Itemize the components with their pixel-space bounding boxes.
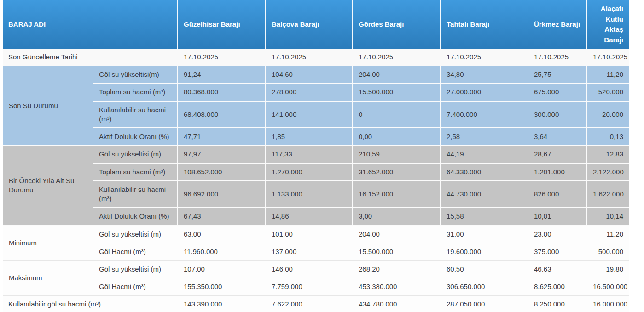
metric-value: 20.000 xyxy=(587,102,629,129)
metric-value: 826.000 xyxy=(528,181,587,208)
metric-label: Göl Hacmi (m³) xyxy=(93,243,178,261)
metric-value: 453.380.000 xyxy=(353,278,441,296)
table-body: Son Güncelleme Tarihi17.10.202517.10.202… xyxy=(3,49,629,312)
metric-value: 10,14 xyxy=(587,208,629,225)
usable-lake-volume-value: 143.390.000 xyxy=(178,296,266,312)
usable-lake-volume-value: 7.622.000 xyxy=(266,296,353,312)
metric-row: Göl Hacmi (m³)155.350.0007.759.000453.38… xyxy=(3,278,629,296)
metric-value: 11,20 xyxy=(587,66,629,84)
metric-value: 10,01 xyxy=(528,208,587,225)
section-label: Son Su Durumu xyxy=(3,66,93,146)
usable-lake-volume-value: 287.050.000 xyxy=(441,296,528,312)
table-header: BARAJ ADIGüzelhisar BarajıBalçova Barajı… xyxy=(3,0,629,49)
metric-value: 7.759.000 xyxy=(266,278,353,296)
metric-value: 107,00 xyxy=(178,261,266,278)
metric-label: Toplam su hacmi (m³) xyxy=(93,164,178,181)
metric-row: MaksimumGöl su yükseltisi (m)107,00146,0… xyxy=(3,261,629,278)
metric-value: 91,24 xyxy=(178,66,266,84)
metric-value: 146,00 xyxy=(266,261,353,278)
update-date-value: 17.10.2025 xyxy=(178,49,266,66)
metric-value: 19.600.000 xyxy=(441,243,528,261)
column-header-dam: Güzelhisar Barajı xyxy=(178,0,266,49)
dam-status-page: BARAJ ADIGüzelhisar BarajıBalçova Barajı… xyxy=(0,0,644,312)
metric-value: 80.368.000 xyxy=(178,84,266,101)
metric-value: 23,00 xyxy=(528,226,587,243)
metric-row: Bir Önceki Yıla Ait Su DurumuGöl su yüks… xyxy=(3,146,629,163)
metric-value: 44,19 xyxy=(441,146,528,163)
metric-value: 16.500.000 xyxy=(587,278,629,296)
metric-value: 520.000 xyxy=(587,84,629,101)
metric-label: Kullanılabilir su hacmi (m³) xyxy=(93,102,178,129)
metric-value: 15,58 xyxy=(441,208,528,225)
metric-value: 27.000.000 xyxy=(441,84,528,101)
metric-value: 15.500.000 xyxy=(353,84,441,101)
metric-value: 137.000 xyxy=(266,243,353,261)
metric-value: 2.122.000 xyxy=(587,164,629,181)
metric-value: 3,00 xyxy=(353,208,441,225)
metric-value: 1,85 xyxy=(266,128,353,146)
usable-lake-volume-label: Kullanılabilir göl su hacmi (m³) xyxy=(3,296,178,312)
update-date-value: 17.10.2025 xyxy=(528,49,587,66)
metric-value: 278.000 xyxy=(266,84,353,101)
metric-value: 15.500.000 xyxy=(353,243,441,261)
metric-value: 104,60 xyxy=(266,66,353,84)
metric-value: 268,20 xyxy=(353,261,441,278)
metric-label: Göl Hacmi (m³) xyxy=(93,278,178,296)
metric-row: Toplam su hacmi (m³)80.368.000278.00015.… xyxy=(3,84,629,101)
metric-label: Göl su yükseltisi(m) xyxy=(93,66,178,84)
metric-value: 14,86 xyxy=(266,208,353,225)
metric-label: Aktif Doluluk Oranı (%) xyxy=(93,208,178,225)
metric-value: 97,97 xyxy=(178,146,266,163)
metric-value: 0,13 xyxy=(587,128,629,146)
metric-row: MinimumGöl su yükseltisi (m)63,00101,002… xyxy=(3,226,629,243)
usable-lake-volume-value: 8.250.000 xyxy=(528,296,587,312)
column-header-dam: Gördes Barajı xyxy=(353,0,441,49)
metric-value: 675.000 xyxy=(528,84,587,101)
metric-value: 8.625.000 xyxy=(528,278,587,296)
metric-value: 210,59 xyxy=(353,146,441,163)
header-row: BARAJ ADIGüzelhisar BarajıBalçova Barajı… xyxy=(3,0,629,49)
metric-value: 68.408.000 xyxy=(178,102,266,129)
metric-label: Toplam su hacmi (m³) xyxy=(93,84,178,101)
metric-value: 67,43 xyxy=(178,208,266,225)
metric-value: 2,58 xyxy=(441,128,528,146)
metric-value: 64.330.000 xyxy=(441,164,528,181)
section-label: Bir Önceki Yıla Ait Su Durumu xyxy=(3,146,93,225)
update-date-row: Son Güncelleme Tarihi17.10.202517.10.202… xyxy=(3,49,629,66)
metric-value: 60,50 xyxy=(441,261,528,278)
metric-row: Aktif Doluluk Oranı (%)47,711,850,002,58… xyxy=(3,128,629,146)
metric-value: 25,75 xyxy=(528,66,587,84)
metric-value: 11,20 xyxy=(587,226,629,243)
metric-value: 108.652.000 xyxy=(178,164,266,181)
metric-value: 31.652.000 xyxy=(353,164,441,181)
metric-value: 155.350.000 xyxy=(178,278,266,296)
column-header-dam: Balçova Barajı xyxy=(266,0,353,49)
metric-value: 500.000 xyxy=(587,243,629,261)
metric-value: 306.650.000 xyxy=(441,278,528,296)
section-label: Maksimum xyxy=(3,261,93,296)
update-date-value: 17.10.2025 xyxy=(441,49,528,66)
metric-row: Aktif Doluluk Oranı (%)67,4314,863,0015,… xyxy=(3,208,629,225)
update-date-value: 17.10.2025 xyxy=(353,49,441,66)
metric-value: 204,00 xyxy=(353,66,441,84)
column-header-dam: Ürkmez Barajı xyxy=(528,0,587,49)
metric-label: Göl su yükseltisi (m) xyxy=(93,146,178,163)
metric-row: Son Su DurumuGöl su yükseltisi(m)91,2410… xyxy=(3,66,629,84)
metric-row: Göl Hacmi (m³)11.960.000137.00015.500.00… xyxy=(3,243,629,261)
metric-label: Göl su yükseltisi (m) xyxy=(93,226,178,243)
metric-value: 96.692.000 xyxy=(178,181,266,208)
metric-value: 1.133.000 xyxy=(266,181,353,208)
metric-value: 375.000 xyxy=(528,243,587,261)
metric-value: 11.960.000 xyxy=(178,243,266,261)
metric-value: 3,64 xyxy=(528,128,587,146)
metric-label: Aktif Doluluk Oranı (%) xyxy=(93,128,178,146)
metric-value: 7.400.000 xyxy=(441,102,528,129)
column-header-dam: Tahtalı Barajı xyxy=(441,0,528,49)
column-header-dam: Alaçatı Kutlu Aktaş Barajı xyxy=(587,0,629,49)
metric-value: 1.270.000 xyxy=(266,164,353,181)
metric-value: 44.730.000 xyxy=(441,181,528,208)
metric-value: 34,80 xyxy=(441,66,528,84)
metric-value: 28,67 xyxy=(528,146,587,163)
metric-value: 1.201.000 xyxy=(528,164,587,181)
metric-row: Toplam su hacmi (m³)108.652.0001.270.000… xyxy=(3,164,629,181)
